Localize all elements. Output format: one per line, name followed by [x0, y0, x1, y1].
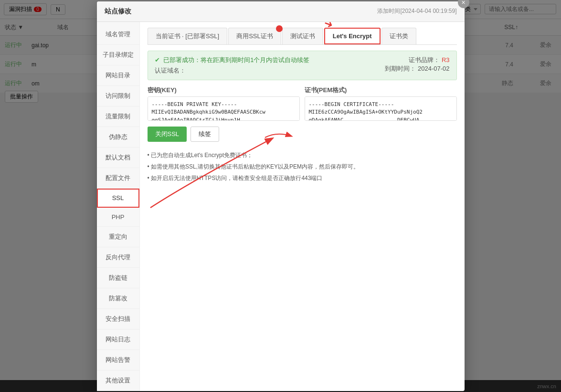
brand-row: 证书品牌： R3	[385, 56, 449, 64]
expire-label: 到期时间：	[385, 65, 416, 72]
sidebar-item-ssl[interactable]: SSL	[97, 189, 139, 208]
sidebar-item-subdir[interactable]: 子目录绑定	[97, 45, 139, 65]
tabs-wrapper: 当前证书 · [已部署SSL] 商用SSL证书 测试证书 Let's Encry…	[148, 28, 457, 45]
sidebar-item-hotlink[interactable]: 防盗链	[97, 268, 139, 288]
key-cert-container: 密钥(KEY) -----BEGIN PRIVATE KEY----- MIIE…	[148, 86, 457, 121]
key-textarea[interactable]: -----BEGIN PRIVATE KEY----- MIIEvQIBADAN…	[148, 96, 300, 121]
sidebar-item-tamper[interactable]: 防篡改	[97, 288, 139, 309]
modal-title: 站点修改	[105, 7, 131, 16]
modal-body: 域名管理 子目录绑定 网站目录 访问限制 流量限制 伪静态 默认文档 配置文件 …	[97, 22, 465, 391]
info-box: ✔ 已部署成功：将在距离到期时间1个月内尝试自动续签 认证域名： 证书品牌： R…	[148, 51, 457, 80]
modal-sidebar: 域名管理 子目录绑定 网站目录 访问限制 流量限制 伪静态 默认文档 配置文件 …	[97, 22, 140, 391]
cert-label: 证书(PEM格式)	[305, 86, 457, 95]
cert-info: 证书品牌： R3 到期时间： 2024-07-02	[385, 56, 449, 73]
key-label: 密钥(KEY)	[148, 86, 300, 95]
cert-section: 证书(PEM格式) -----BEGIN CERTIFICATE----- MI…	[305, 86, 457, 121]
sidebar-item-static[interactable]: 伪静态	[97, 127, 139, 148]
sidebar-item-domain[interactable]: 域名管理	[97, 24, 139, 45]
tab-commercial[interactable]: 商用SSL证书	[228, 28, 281, 44]
domain-label: 认证域名：	[155, 66, 310, 75]
note-2: 如需使用其他SSL,请切换其他证书后粘贴您的KEY以及PEM内容，然后保存即可。	[148, 161, 457, 172]
expire-value: 2024-07-02	[418, 65, 450, 72]
sidebar-item-access[interactable]: 访问限制	[97, 86, 139, 106]
close-ssl-button[interactable]: 关闭SSL	[148, 127, 187, 142]
brand-value: R3	[442, 56, 450, 64]
sidebar-item-scan[interactable]: 安全扫描	[97, 309, 139, 329]
sidebar-item-traffic[interactable]: 流量限制	[97, 106, 139, 127]
sidebar-item-other[interactable]: 其他设置	[97, 371, 139, 391]
tab-lets-encrypt[interactable]: Let's Encrypt	[324, 28, 381, 44]
sidebar-item-proxy[interactable]: 反向代理	[97, 247, 139, 268]
tab-current[interactable]: 当前证书 · [已部署SSL]	[148, 28, 228, 44]
tab-cert-class[interactable]: 证书类	[381, 28, 416, 44]
note-1: 已为您自动生成Let's Encrypt免费证书；	[148, 149, 457, 161]
modal-content: 当前证书 · [已部署SSL] 商用SSL证书 测试证书 Let's Encry…	[140, 22, 465, 391]
modal-time: 添加时间[2024-04-04 00:19:59]	[377, 7, 456, 15]
renew-button[interactable]: 续签	[191, 127, 219, 142]
sidebar-item-php[interactable]: PHP	[97, 208, 139, 227]
expire-row: 到期时间： 2024-07-02	[385, 64, 449, 73]
deploy-status: ✔ 已部署成功：将在距离到期时间1个月内尝试自动续签 认证域名：	[155, 56, 310, 75]
sidebar-item-default[interactable]: 默认文档	[97, 148, 139, 168]
modal-close-button[interactable]: ×	[458, 0, 469, 8]
cert-textarea[interactable]: -----BEGIN CERTIFICATE----- MIIE6zCCA9Og…	[305, 96, 457, 121]
sidebar-item-redirect[interactable]: 重定向	[97, 227, 139, 247]
brand-label: 证书品牌：	[409, 56, 440, 64]
notes: 已为您自动生成Let's Encrypt免费证书； 如需使用其他SSL,请切换其…	[148, 149, 457, 184]
tab-badge	[276, 25, 283, 32]
tab-test[interactable]: 测试证书	[282, 28, 323, 44]
btn-row: 关闭SSL 续签	[148, 127, 457, 142]
tabs: 当前证书 · [已部署SSL] 商用SSL证书 测试证书 Let's Encry…	[148, 28, 457, 45]
sidebar-item-webdir[interactable]: 网站目录	[97, 65, 139, 86]
sidebar-item-monitor[interactable]: 网站告警	[97, 350, 139, 371]
deploy-icon: ✔	[155, 56, 160, 64]
modal: × 站点修改 添加时间[2024-04-04 00:19:59] 域名管理 子目…	[97, 1, 465, 391]
modal-header: 站点修改 添加时间[2024-04-04 00:19:59]	[97, 1, 465, 22]
key-section: 密钥(KEY) -----BEGIN PRIVATE KEY----- MIIE…	[148, 86, 300, 121]
sidebar-item-log[interactable]: 网站日志	[97, 329, 139, 350]
modal-overlay: × 站点修改 添加时间[2024-04-04 00:19:59] 域名管理 子目…	[0, 0, 561, 392]
deploy-text: 已部署成功：将在距离到期时间1个月内尝试自动续签	[163, 56, 309, 64]
sidebar-item-config[interactable]: 配置文件	[97, 168, 139, 189]
note-3: 如开启后无法使用HTTPS访问，请检查安全组是否正确放行443端口	[148, 172, 457, 184]
